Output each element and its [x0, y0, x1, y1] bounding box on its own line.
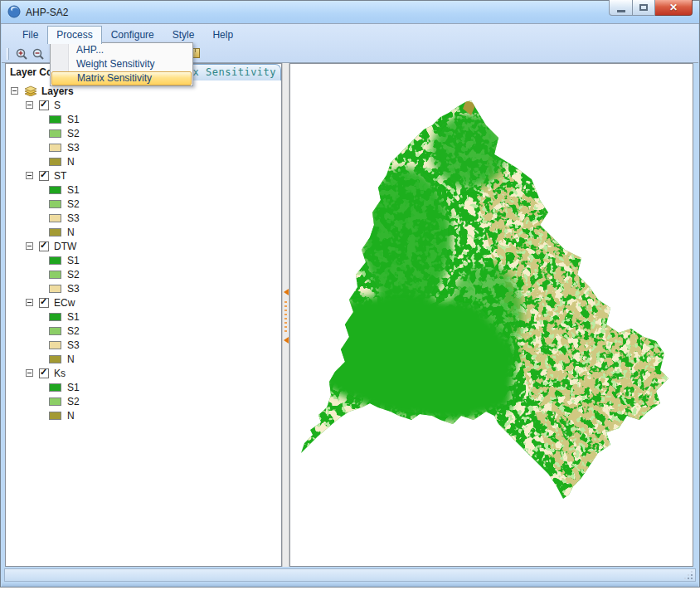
toolbar-grip[interactable] — [7, 48, 9, 60]
tree-root-label: Layers — [41, 85, 74, 97]
tree-group-S[interactable]: S — [6, 98, 281, 112]
tree-group-ECw[interactable]: ECw — [6, 295, 281, 310]
layer-tree: Layers S S1 S2 S3 N ST S1 S2 S3 N — [6, 81, 281, 566]
legend-swatch — [49, 397, 61, 406]
item-label: S1 — [67, 114, 80, 125]
menu-help[interactable]: Help — [203, 27, 242, 43]
collapse-left-icon[interactable] — [284, 337, 289, 344]
menu-item-ahp[interactable]: AHP... — [51, 43, 192, 57]
group-label: ECw — [54, 297, 75, 309]
layer-checkbox[interactable] — [39, 100, 49, 110]
map-canvas[interactable] — [290, 64, 693, 567]
tree-item[interactable]: S3 — [6, 281, 281, 295]
toolbar — [7, 46, 46, 62]
menu-process[interactable]: Process — [47, 26, 101, 44]
menu-item-matrix-sensitivity[interactable]: Matrix Sensitivity — [51, 71, 192, 85]
window-bottom-frame — [2, 583, 698, 587]
tree-item[interactable]: S3 — [6, 211, 281, 225]
item-label: S2 — [67, 128, 80, 139]
collapse-left-icon[interactable] — [284, 289, 289, 295]
collapse-icon[interactable] — [26, 369, 33, 377]
tree-item[interactable]: S1 — [6, 310, 281, 324]
item-label: S1 — [67, 382, 80, 393]
tree-group-Ks[interactable]: Ks — [6, 366, 281, 380]
legend-swatch — [49, 313, 61, 321]
legend-swatch — [49, 271, 61, 279]
item-label: S1 — [67, 255, 80, 266]
maximize-icon — [639, 4, 648, 11]
legend-swatch — [49, 158, 61, 166]
tree-item[interactable]: S2 — [6, 324, 281, 338]
tree-item[interactable]: S1 — [6, 112, 281, 126]
collapse-icon[interactable] — [26, 101, 33, 109]
group-label: S — [54, 100, 61, 111]
item-label: S1 — [67, 184, 80, 196]
item-label: N — [67, 156, 75, 168]
legend-swatch — [49, 327, 61, 335]
close-button[interactable]: ✕ — [655, 0, 693, 16]
zoom-out-button[interactable] — [31, 46, 46, 61]
tree-item[interactable]: N — [6, 408, 281, 422]
tree-item[interactable]: S2 — [6, 197, 281, 211]
item-label: N — [67, 410, 75, 422]
app-window: AHP-SA2 ✕ File Process Configure Style H… — [0, 0, 700, 588]
tree-item[interactable]: S1 — [6, 380, 281, 394]
tree-item[interactable]: N — [6, 154, 281, 168]
item-label: S3 — [67, 283, 80, 295]
tree-item[interactable]: N — [6, 225, 281, 239]
tree-item[interactable]: S3 — [6, 140, 281, 154]
zoom-in-button[interactable] — [14, 46, 29, 61]
collapse-icon[interactable] — [26, 242, 33, 250]
legend-swatch — [49, 214, 61, 222]
tree-item[interactable]: N — [6, 352, 281, 366]
menu-bar: File Process Configure Style Help — [13, 26, 242, 43]
menu-file[interactable]: File — [13, 27, 47, 43]
legend-swatch — [49, 115, 61, 124]
tree-item[interactable]: S2 — [6, 394, 281, 408]
tree-group-DTW[interactable]: DTW — [6, 239, 281, 253]
tree-group-ST[interactable]: ST — [6, 168, 281, 183]
splitter-grip[interactable] — [284, 301, 287, 333]
menu-configure[interactable]: Configure — [102, 27, 163, 43]
desktop: AHP-SA2 ✕ File Process Configure Style H… — [0, 0, 700, 590]
legend-swatch — [49, 383, 61, 392]
app-icon — [7, 5, 21, 18]
menu-style[interactable]: Style — [163, 27, 204, 43]
legend-swatch — [49, 144, 61, 152]
layer-checkbox[interactable] — [39, 298, 49, 308]
collapse-icon[interactable] — [26, 299, 33, 306]
tree-item[interactable]: S1 — [6, 183, 281, 197]
item-label: S2 — [67, 396, 80, 407]
tree-item[interactable]: S2 — [6, 126, 281, 140]
window-title: AHP-SA2 — [26, 7, 68, 18]
panel-splitter[interactable] — [282, 63, 289, 567]
menu-item-weight-sensitivity[interactable]: Weight Sensitivity — [51, 57, 192, 71]
status-bar — [4, 568, 696, 582]
minimize-icon — [617, 10, 625, 12]
group-label: ST — [54, 170, 66, 182]
tree-item[interactable]: S3 — [6, 338, 281, 352]
layer-checkbox[interactable] — [39, 368, 49, 378]
layer-checkbox[interactable] — [39, 241, 49, 251]
collapse-icon[interactable] — [26, 172, 33, 179]
title-bar[interactable]: AHP-SA2 ✕ — [1, 1, 699, 24]
legend-swatch — [49, 412, 61, 420]
legend-swatch — [49, 228, 61, 236]
item-label: S2 — [67, 198, 80, 210]
legend-swatch — [49, 355, 61, 363]
item-label: S3 — [67, 212, 80, 224]
item-label: N — [67, 354, 75, 365]
map-panel — [289, 63, 693, 567]
item-label: S3 — [67, 339, 80, 351]
tree-item[interactable]: S1 — [6, 253, 281, 267]
tree-item[interactable]: S2 — [6, 267, 281, 281]
minimize-button[interactable] — [609, 0, 633, 16]
legend-swatch — [49, 129, 61, 138]
resize-grip-icon[interactable] — [685, 572, 693, 579]
maximize-button[interactable] — [633, 0, 655, 16]
legend-swatch — [49, 200, 61, 208]
zoom-in-icon — [15, 47, 28, 61]
item-label: S2 — [67, 269, 80, 280]
layer-checkbox[interactable] — [39, 171, 49, 181]
collapse-icon[interactable] — [11, 87, 18, 95]
